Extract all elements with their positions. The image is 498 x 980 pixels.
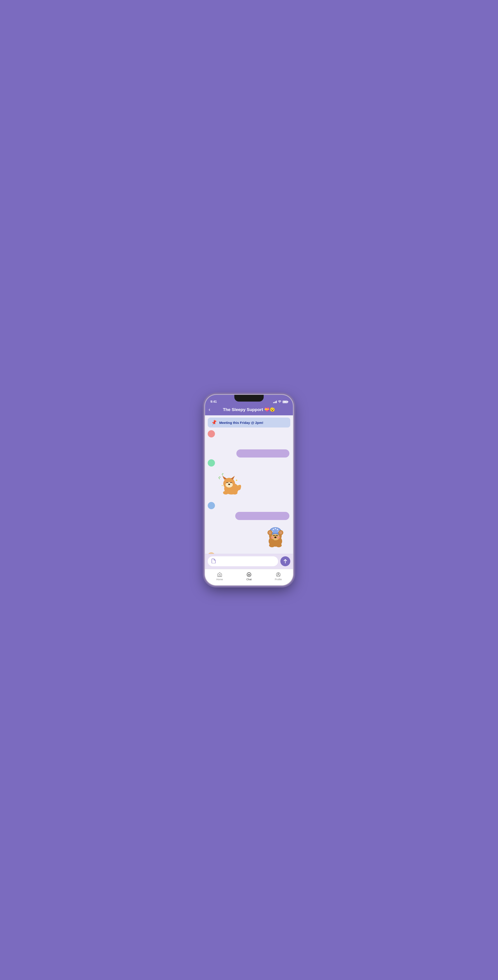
svg-point-21: [268, 531, 272, 534]
battery-icon: [283, 401, 288, 403]
shiba-sticker-container: ✦ ✦ ✦ ぐ ぐ: [217, 470, 290, 500]
svg-point-30: [270, 539, 274, 542]
status-icons: [273, 400, 288, 403]
battery-fill: [283, 401, 287, 402]
wifi-icon: [278, 400, 282, 403]
svg-point-29: [276, 543, 282, 547]
svg-point-26: [277, 536, 280, 539]
message-row-4: [208, 502, 290, 510]
notch: [234, 395, 264, 402]
message-row-2: [208, 449, 290, 458]
svg-point-5: [232, 491, 237, 495]
svg-point-16: [275, 528, 276, 529]
nav-profile-label: Profile: [275, 578, 282, 581]
status-time: 9:41: [210, 400, 217, 403]
svg-point-27: [274, 537, 277, 538]
phone-frame: 9:41 ‹ The Sleepy Support 💝😴 📌 Meeting t…: [205, 395, 293, 585]
svg-text:ぐ: ぐ: [218, 476, 221, 479]
chat-area: 📌 Meeting this Friday @ 2pm!: [205, 415, 293, 554]
svg-point-31: [247, 573, 251, 577]
document-icon: [211, 558, 216, 565]
home-icon: [217, 572, 223, 577]
chat-header: ‹ The Sleepy Support 💝😴: [205, 405, 293, 415]
bottom-nav: Home Chat Profile: [205, 569, 293, 585]
shiba-svg: ✦ ✦ ✦ ぐ ぐ: [217, 470, 244, 497]
message-row-1: [208, 430, 290, 448]
svg-text:✦: ✦: [221, 484, 223, 487]
shiba-sticker: ✦ ✦ ✦ ぐ ぐ: [217, 470, 290, 500]
svg-point-4: [223, 491, 229, 495]
send-button[interactable]: [280, 556, 290, 566]
send-arrow-icon: [283, 559, 288, 563]
message-row-6: [208, 552, 290, 554]
message-row-5: [208, 512, 290, 520]
signal-bars: [273, 401, 277, 403]
profile-icon: [275, 572, 281, 577]
message-input[interactable]: [208, 556, 278, 566]
avatar-orange-6: [208, 552, 215, 554]
bubble-sent-5: [235, 512, 290, 520]
avatar-blue-4: [208, 502, 215, 509]
nav-home[interactable]: Home: [212, 572, 228, 581]
avatar-pink-1: [208, 430, 215, 438]
pin-icon: 📌: [211, 419, 218, 426]
bear-svg: [263, 523, 288, 549]
nav-profile[interactable]: Profile: [270, 572, 286, 581]
svg-point-23: [279, 531, 282, 534]
svg-point-15: [273, 529, 274, 530]
svg-text:ぐ: ぐ: [221, 473, 224, 476]
nav-chat[interactable]: Chat: [241, 572, 257, 581]
message-row-3: [208, 459, 290, 468]
chat-title: The Sleepy Support 💝😴: [223, 407, 275, 412]
avatar-green-3: [208, 459, 215, 466]
input-area: [205, 554, 293, 569]
svg-point-28: [269, 543, 275, 547]
svg-point-3: [228, 484, 230, 485]
back-button[interactable]: ‹: [208, 407, 210, 412]
chat-icon: [246, 572, 252, 577]
svg-point-33: [278, 573, 279, 574]
nav-chat-label: Chat: [246, 578, 251, 581]
pinned-text: Meeting this Friday @ 2pm!: [219, 421, 263, 425]
svg-point-25: [270, 536, 274, 539]
pinned-message[interactable]: 📌 Meeting this Friday @ 2pm!: [208, 418, 290, 428]
svg-text:✦: ✦: [235, 479, 238, 482]
bear-sticker-container: [208, 523, 290, 549]
svg-text:✦: ✦: [237, 484, 239, 487]
bubble-sent-2: [236, 449, 290, 458]
nav-home-label: Home: [216, 578, 223, 581]
svg-point-17: [277, 529, 278, 530]
